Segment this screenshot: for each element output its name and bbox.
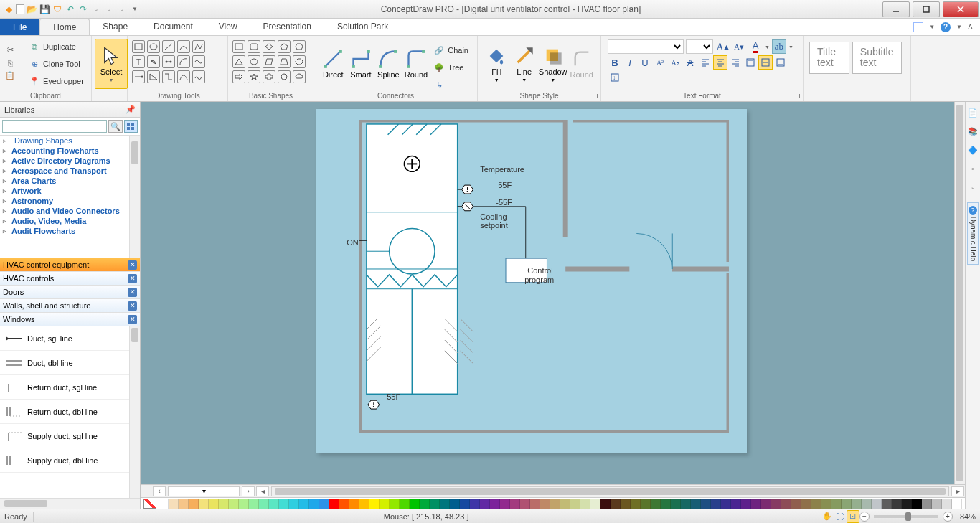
underline-button[interactable]: U	[638, 55, 652, 70]
paste-icon[interactable]: 📋	[4, 70, 16, 82]
color-swatch[interactable]	[380, 499, 390, 509]
libraries-search-input[interactable]	[2, 120, 107, 133]
color-swatch[interactable]	[329, 499, 339, 509]
dialog-launcher-shape-style[interactable]	[593, 94, 598, 98]
libraries-tree[interactable]: Drawing Shapes Accounting Flowcharts Act…	[0, 135, 140, 258]
color-swatch[interactable]	[189, 499, 199, 509]
hscroll-left-button[interactable]: ◂	[256, 486, 269, 496]
bs-circle[interactable]	[278, 70, 291, 83]
color-swatch[interactable]	[490, 499, 500, 509]
color-swatch[interactable]	[952, 499, 962, 509]
align-left-button[interactable]	[698, 55, 712, 70]
color-swatch[interactable]	[701, 499, 711, 509]
eyedropper-button[interactable]: 📍Eyedropper	[26, 74, 87, 88]
shadow-button[interactable]: Shadow▼	[539, 39, 567, 89]
color-swatch[interactable]	[711, 499, 721, 509]
connector-tree-button[interactable]: 🌳Tree	[430, 60, 471, 75]
close-library-icon[interactable]: ✕	[128, 288, 137, 297]
color-swatch[interactable]	[510, 499, 520, 509]
color-swatch[interactable]	[791, 499, 801, 509]
hand-tool-icon[interactable]: ✋	[821, 510, 834, 523]
color-swatch[interactable]	[892, 499, 902, 509]
title-placeholder-button[interactable]: Title text	[809, 42, 849, 74]
close-library-icon[interactable]: ✕	[128, 260, 137, 270]
file-menu-button[interactable]: File	[0, 19, 39, 35]
color-swatch[interactable]	[259, 499, 269, 509]
color-swatch[interactable]	[319, 499, 329, 509]
open-library-item[interactable]: HVAC controls✕	[0, 272, 140, 286]
close-library-icon[interactable]: ✕	[128, 315, 137, 324]
tool-bezier[interactable]	[177, 70, 190, 83]
fill-button[interactable]: Fill▼	[484, 39, 509, 89]
tree-scrollbar[interactable]	[129, 136, 140, 258]
color-swatch[interactable]	[450, 499, 460, 509]
rs-icon-2[interactable]: 📚	[966, 125, 979, 138]
text-direction-button[interactable]: ↕	[608, 70, 622, 85]
color-swatch[interactable]	[942, 499, 952, 509]
tree-item[interactable]: Audio, Video, Media	[0, 216, 140, 226]
zoom-out-button[interactable]: −	[859, 512, 870, 522]
color-swatch[interactable]	[862, 499, 872, 509]
dialog-launcher-text-format[interactable]	[796, 94, 800, 98]
color-swatch[interactable]	[882, 499, 892, 509]
tab-presentation[interactable]: Presentation	[250, 19, 324, 35]
color-swatch[interactable]	[420, 499, 430, 509]
color-swatch[interactable]	[590, 499, 600, 509]
color-swatch[interactable]	[299, 499, 309, 509]
color-swatch[interactable]	[691, 499, 701, 509]
color-swatch[interactable]	[751, 499, 761, 509]
color-swatch[interactable]	[530, 499, 540, 509]
color-swatch[interactable]	[269, 499, 279, 509]
open-icon[interactable]: 📂	[26, 4, 37, 15]
tab-prev-button[interactable]: ‹	[153, 486, 166, 496]
align-right-button[interactable]	[728, 55, 743, 70]
tree-item[interactable]: Accounting Flowcharts	[0, 146, 140, 156]
libraries-hscrollbar[interactable]	[0, 498, 140, 509]
tool-line[interactable]	[162, 40, 175, 53]
bs-parallelogram[interactable]	[263, 55, 275, 68]
bs-pentagon[interactable]	[278, 40, 291, 53]
color-swatch[interactable]	[520, 499, 530, 509]
color-swatch[interactable]	[169, 499, 179, 509]
tab-view[interactable]: View	[206, 19, 250, 35]
bold-button[interactable]: B	[608, 55, 622, 70]
redo-icon[interactable]: ↷	[77, 4, 89, 15]
close-button[interactable]	[943, 1, 979, 17]
rs-icon-1[interactable]: 📄	[966, 106, 979, 119]
tree-item[interactable]: Drawing Shapes	[0, 136, 140, 146]
minimize-button[interactable]	[882, 1, 910, 17]
hscroll-right-button[interactable]: ▸	[951, 486, 964, 496]
color-swatch[interactable]	[570, 499, 580, 509]
close-library-icon[interactable]: ✕	[128, 274, 137, 283]
color-swatch[interactable]	[500, 499, 510, 509]
color-swatch[interactable]	[219, 499, 229, 509]
color-swatch[interactable]	[600, 499, 611, 509]
zoom-in-button[interactable]: +	[943, 512, 953, 522]
color-swatch[interactable]	[821, 499, 831, 509]
canvas-vscrollbar[interactable]	[954, 102, 965, 484]
font-color-button[interactable]: A	[748, 39, 763, 54]
connector-chain-button[interactable]: 🔗Chain	[430, 43, 471, 57]
bs-arrow[interactable]	[232, 70, 245, 83]
bs-hexagon[interactable]	[293, 40, 306, 53]
color-swatch[interactable]	[359, 499, 369, 509]
color-swatch[interactable]	[661, 499, 671, 509]
maximize-button[interactable]	[913, 1, 940, 17]
rs-icon-4[interactable]: ▫	[966, 162, 979, 175]
tool-freeform[interactable]	[192, 55, 205, 68]
color-swatch[interactable]	[199, 499, 209, 509]
page-tab-dropdown[interactable]: ▾	[168, 486, 240, 496]
tool-text[interactable]: T	[132, 55, 145, 68]
font-family-select[interactable]	[608, 39, 684, 54]
tool-pen[interactable]: ✎	[147, 55, 160, 68]
select-tool-button[interactable]: Select ▼	[95, 39, 128, 89]
bs-diamond[interactable]	[263, 40, 275, 53]
superscript-button[interactable]: A²	[653, 55, 667, 70]
valign-top-button[interactable]	[743, 55, 758, 70]
tool-arc[interactable]	[177, 55, 190, 68]
tree-item[interactable]: Aerospace and Transport	[0, 166, 140, 176]
bs-rrect[interactable]	[248, 40, 260, 53]
color-swatch[interactable]	[279, 499, 289, 509]
search-button[interactable]: 🔍	[108, 120, 123, 133]
tool-polyline[interactable]	[192, 40, 205, 53]
